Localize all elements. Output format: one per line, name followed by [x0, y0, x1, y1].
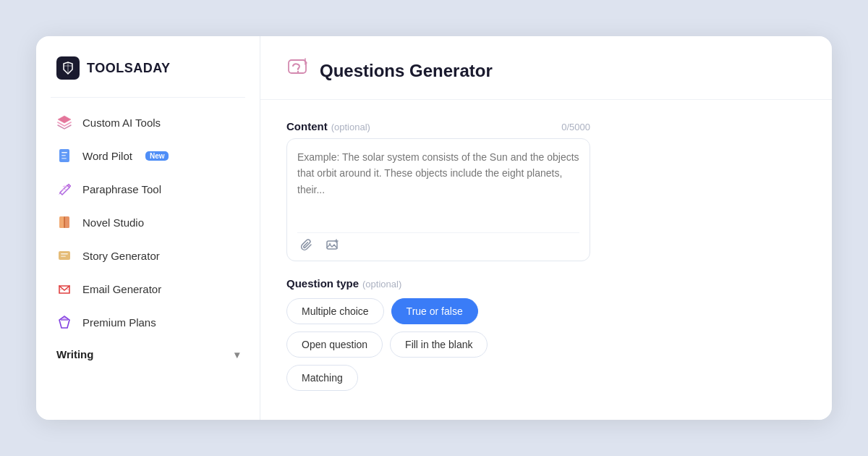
layers-icon — [56, 114, 72, 130]
sidebar-item-label: Story Generator — [82, 250, 160, 262]
sidebar-item-story-generator[interactable]: Story Generator — [45, 240, 251, 271]
sidebar-item-label: Word Pilot — [82, 150, 132, 162]
writing-section-header[interactable]: Writing ▾ — [36, 338, 260, 365]
question-type-btn-group: Multiple choice True or false — [286, 298, 590, 324]
book-icon — [56, 214, 72, 230]
logo-icon — [56, 56, 80, 80]
story-icon — [56, 248, 72, 263]
sidebar-item-custom-ai-tools[interactable]: Custom AI Tools — [45, 106, 251, 138]
app-container: TOOLSADAY Custom AI Tools — [36, 36, 832, 420]
matching-btn[interactable]: Matching — [286, 365, 358, 391]
main-content: Questions Generator Content (optional) 0… — [260, 36, 832, 420]
svg-rect-5 — [59, 216, 64, 228]
sidebar-item-label: Premium Plans — [82, 316, 156, 329]
sidebar: TOOLSADAY Custom AI Tools — [36, 36, 260, 420]
textarea-toolbar — [297, 232, 579, 253]
question-type-btn-group-2: Open question Fill in the blank — [286, 332, 590, 358]
main-header: Questions Generator — [260, 36, 832, 100]
chevron-down-icon: ▾ — [234, 349, 239, 360]
svg-rect-8 — [59, 251, 70, 260]
svg-rect-2 — [61, 152, 67, 153]
question-type-label: Question type (optional) — [286, 277, 590, 290]
sidebar-item-novel-studio[interactable]: Novel Studio — [45, 206, 251, 238]
fill-in-the-blank-btn[interactable]: Fill in the blank — [390, 332, 488, 358]
svg-rect-16 — [327, 241, 337, 249]
form-panel: Content (optional) 0/5000 — [286, 120, 590, 400]
sidebar-item-paraphrase-tool[interactable]: Paraphrase Tool — [45, 173, 251, 205]
content-field-label: Content (optional) 0/5000 — [286, 120, 590, 132]
sidebar-nav: Custom AI Tools Word Pilot New — [36, 106, 260, 338]
svg-rect-6 — [64, 216, 69, 228]
sidebar-item-email-generator[interactable]: Email Generator — [45, 273, 251, 305]
sidebar-item-label: Custom AI Tools — [82, 117, 161, 129]
question-type-btn-group-3: Matching — [286, 365, 590, 391]
open-question-btn[interactable]: Open question — [286, 332, 383, 358]
sidebar-item-word-pilot[interactable]: Word Pilot New — [45, 140, 251, 172]
attach-button[interactable] — [297, 237, 316, 253]
multiple-choice-btn[interactable]: Multiple choice — [286, 298, 384, 324]
edit-icon — [56, 181, 72, 197]
writing-section-label: Writing — [56, 348, 93, 360]
sidebar-divider — [51, 97, 245, 98]
svg-rect-14 — [289, 60, 306, 73]
email-icon — [56, 281, 72, 297]
sidebar-item-premium-plans[interactable]: Premium Plans — [45, 306, 251, 338]
logo-text: TOOLSADAY — [87, 61, 171, 76]
page-title: Questions Generator — [320, 61, 493, 81]
svg-point-15 — [297, 71, 299, 72]
svg-rect-3 — [61, 155, 66, 156]
paperclip-icon — [300, 239, 313, 252]
sidebar-item-label: Novel Studio — [82, 216, 144, 229]
questions-generator-icon — [286, 56, 310, 85]
svg-rect-4 — [61, 158, 67, 159]
image-plus-icon — [326, 239, 339, 252]
gem-icon — [56, 314, 72, 330]
content-textarea-wrapper[interactable] — [286, 138, 590, 261]
sidebar-item-label: Paraphrase Tool — [82, 183, 161, 195]
svg-rect-7 — [64, 216, 65, 228]
image-button[interactable] — [323, 237, 342, 253]
main-body: Content (optional) 0/5000 — [260, 100, 832, 420]
question-type-section: Question type (optional) Multiple choice… — [286, 277, 590, 391]
sidebar-logo: TOOLSADAY — [36, 36, 260, 97]
document-icon — [56, 148, 72, 164]
svg-rect-10 — [61, 256, 66, 258]
true-or-false-btn[interactable]: True or false — [391, 298, 478, 324]
svg-rect-9 — [61, 253, 68, 255]
sidebar-item-label: Email Generator — [82, 283, 161, 295]
content-textarea[interactable] — [297, 149, 579, 225]
new-badge: New — [145, 151, 169, 161]
